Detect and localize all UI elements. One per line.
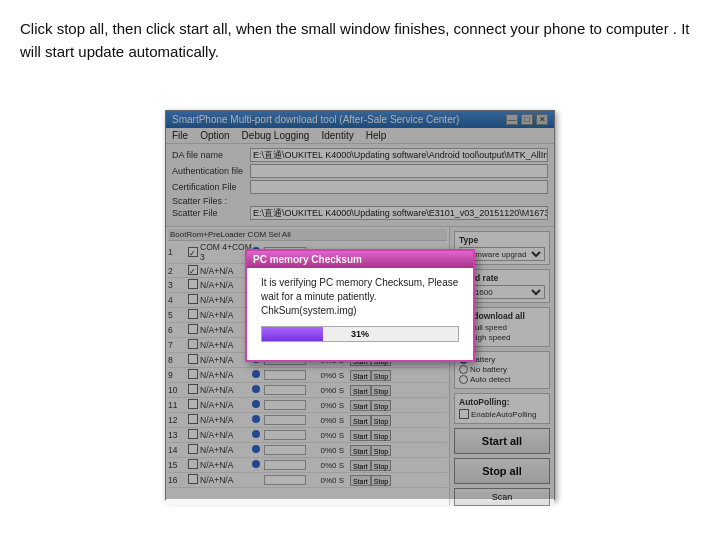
instruction-text: Click stop all, then click start all, wh…: [0, 0, 720, 75]
modal-overlay: PC memory Checksum It is verifying PC me…: [166, 111, 554, 499]
app-window: SmartPhone Multi-port download tool (Aft…: [165, 110, 555, 500]
modal-progress-label: 31%: [351, 329, 369, 339]
modal-title: PC memory Checksum: [247, 251, 473, 268]
instruction-content: Click stop all, then click start all, wh…: [20, 20, 689, 60]
modal-chksum-label: ChkSum(system.img): [261, 305, 357, 316]
modal-progress-bar: [262, 327, 323, 341]
modal-text: It is verifying PC memory Checksum, Plea…: [261, 276, 459, 318]
modal-message: It is verifying PC memory Checksum, Plea…: [261, 277, 458, 302]
modal-box: PC memory Checksum It is verifying PC me…: [245, 249, 475, 362]
modal-progress-container: 31%: [261, 326, 459, 342]
